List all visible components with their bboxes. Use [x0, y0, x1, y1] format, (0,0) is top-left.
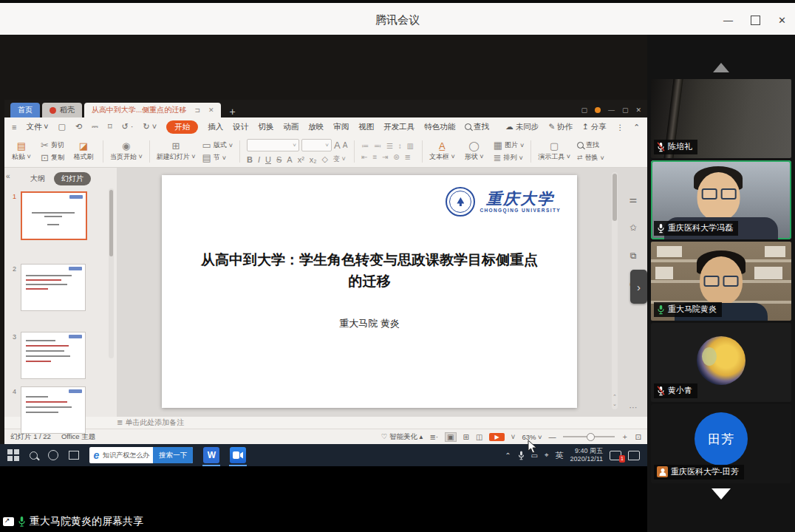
account-dot-icon[interactable] — [595, 107, 601, 113]
menu-review[interactable]: 审阅 — [333, 122, 349, 132]
sorter-view-icon[interactable]: ⊞ — [463, 433, 469, 441]
redo-icon[interactable]: ↻ ˅ — [143, 122, 157, 132]
tab-document[interactable]: 从高中到大学...侧重点的迁移⊐✕ — [84, 103, 221, 117]
zoom-slider[interactable] — [563, 436, 615, 437]
participant-tile[interactable]: 重大马院黄炎 — [651, 242, 791, 321]
hamburger-icon[interactable]: ≡ — [12, 123, 16, 132]
notes-toggle-icon[interactable]: ≣· — [429, 433, 438, 441]
cortana-icon[interactable] — [48, 450, 58, 460]
maximize-icon[interactable] — [751, 16, 760, 25]
menu-find[interactable]: 查找 — [465, 122, 489, 132]
menu-devtools[interactable]: 开发工具 — [383, 122, 414, 132]
participant-tile[interactable]: 陈培礼 — [651, 79, 791, 158]
minimize-icon[interactable]: — — [723, 16, 733, 25]
panel-scrollbar[interactable] — [109, 188, 114, 358]
close-tab-icon[interactable]: ✕ — [208, 106, 214, 114]
text-effect-button[interactable]: 变 ˅ — [333, 154, 346, 164]
taskbar-meeting-icon[interactable] — [230, 447, 246, 463]
tab-docer[interactable]: 稻壳 — [42, 103, 82, 117]
wps-close-icon[interactable]: ✕ — [635, 106, 641, 114]
rail-more-icon[interactable]: ⋯ — [629, 403, 638, 412]
beautify-star-icon[interactable]: ✩ — [629, 222, 637, 233]
reading-view-icon[interactable]: ◫ — [476, 433, 482, 441]
taskbar-wps-icon[interactable]: W — [203, 447, 219, 463]
section-button[interactable]: ▤节 ˅ — [202, 153, 233, 163]
menu-file[interactable]: 文件 ˅ — [26, 122, 48, 132]
slide-thumbnail-1[interactable]: 1 — [9, 191, 87, 240]
format-painter-button[interactable]: ◪格式刷 — [71, 141, 96, 162]
menu-slideshow[interactable]: 放映 — [308, 122, 324, 132]
normal-view-icon[interactable]: ▣ — [445, 432, 456, 442]
scroll-down-arrow-icon[interactable] — [712, 488, 731, 499]
find-button[interactable]: 查找 — [577, 140, 604, 150]
input-language[interactable]: 英 — [556, 450, 564, 461]
fit-screen-icon[interactable]: ⊡ — [635, 433, 641, 441]
highlight-button[interactable]: ◇ — [322, 154, 328, 164]
play-options-icon[interactable]: ˅ — [511, 433, 516, 441]
news-search-widget[interactable]: e 知识产权怎么办 搜索一下 — [89, 447, 194, 463]
slideshow-play-button[interactable]: ▶ — [489, 433, 504, 441]
play-from-current-button[interactable]: ◉当页开始 ˅ — [110, 141, 143, 162]
menu-animation[interactable]: 动画 — [283, 122, 298, 132]
participant-tile[interactable]: 重庆医科大学冯磊 — [651, 160, 791, 239]
zoom-out-icon[interactable]: — — [549, 433, 556, 441]
tray-pen-icon[interactable]: ⌖ — [545, 451, 549, 460]
tray-expand-icon[interactable]: ⌃ — [505, 451, 511, 460]
textbox-button[interactable]: A̲文本框 ˅ — [429, 141, 455, 162]
new-tab-button[interactable]: + — [223, 106, 241, 117]
collab-button[interactable]: ✎ 协作 — [548, 122, 573, 132]
slide-thumbnail-2[interactable]: 2 — [9, 264, 86, 311]
shapes-button[interactable]: ◯形状 ˅ — [462, 141, 487, 162]
align-icons[interactable]: ⇤ ≡ ⇥ ⊜ ≣ — [361, 153, 415, 161]
increase-font-icon[interactable]: A — [334, 140, 341, 150]
picture-button[interactable]: ▦图片 ˅ — [494, 140, 525, 150]
menu-transition[interactable]: 切换 — [258, 122, 273, 132]
notification-icon[interactable]: 1 — [610, 451, 621, 460]
zoom-in-icon[interactable]: ＋ — [621, 432, 629, 442]
smart-beautify-button[interactable]: ♡ 智能美化 ▴ — [381, 432, 423, 442]
more-icon[interactable]: ⋮ — [616, 123, 624, 132]
properties-icon[interactable]: ⚌ — [629, 194, 638, 205]
notes-placeholder[interactable]: ≣ 单击此处添加备注 — [117, 417, 184, 428]
layers-icon[interactable]: ⧉ — [630, 250, 637, 261]
share-button[interactable]: ↥ 分享 — [582, 122, 607, 132]
menu-insert[interactable]: 插入 — [208, 122, 223, 132]
tab-home[interactable]: 首页 — [10, 103, 40, 117]
font-family-select[interactable]: ˅ — [247, 139, 299, 151]
list-indent-icons[interactable]: ≔ ≕ ☰ ↕ ▥ — [361, 142, 415, 150]
print-icon[interactable]: ⎓ — [92, 122, 98, 132]
slide-1[interactable]: 重庆大学 CHONGQING UNIVERSITY 从高中到大学：学生角色转变与… — [162, 175, 577, 408]
copy-button[interactable]: ⊡复制 — [41, 153, 64, 163]
cut-button[interactable]: ✂剪切 — [41, 140, 64, 150]
canvas-scrollbar[interactable]: ⌃⌄ — [612, 172, 618, 409]
present-tools-button[interactable]: ▢演示工具 ˅ — [538, 141, 570, 162]
replace-button[interactable]: ⇄替换 ˅ — [577, 153, 604, 163]
menu-features[interactable]: 特色功能 — [424, 122, 455, 132]
decrease-font-icon[interactable]: A — [343, 142, 348, 149]
screen-share-pill[interactable]: 重大马院黄炎的屏幕共享 — [0, 512, 150, 531]
subscript-button[interactable]: x₂ — [310, 155, 317, 164]
widget-icon[interactable]: ▢ — [581, 106, 587, 114]
slide-thumbnail-4[interactable]: 4 — [9, 386, 86, 434]
start-button-icon[interactable] — [7, 449, 19, 461]
expand-sidebar-tab[interactable]: › — [630, 270, 647, 304]
prev-next-slide-buttons[interactable]: ⌃⌄ — [612, 393, 618, 408]
superscript-button[interactable]: x² — [298, 155, 304, 164]
underline-button[interactable]: U — [265, 155, 271, 164]
tab-slides[interactable]: 幻灯片 — [54, 172, 91, 185]
bold-button[interactable]: B — [247, 155, 253, 164]
task-view-icon[interactable] — [69, 451, 79, 460]
zoom-slider-thumb[interactable] — [587, 433, 595, 441]
layout-button[interactable]: ▭版式 ˅ — [202, 140, 233, 150]
preview-icon[interactable]: ⌑ — [108, 122, 112, 132]
tab-outline[interactable]: 大纲 — [30, 174, 45, 184]
taskbar-search-icon[interactable] — [30, 451, 38, 460]
pin-tab-icon[interactable]: ⊐ — [194, 106, 200, 114]
arrange-button[interactable]: ≣排列 ˅ — [494, 153, 525, 163]
wps-restore-icon[interactable]: ▢ — [622, 106, 629, 114]
font-color-button[interactable]: A — [287, 155, 292, 164]
paste-button[interactable]: ▤粘贴 ˅ — [9, 141, 34, 162]
undo-icon[interactable]: ↺ · — [122, 122, 134, 132]
scroll-up-arrow-icon[interactable] — [713, 63, 729, 72]
menu-start[interactable]: 开始 — [166, 120, 198, 134]
